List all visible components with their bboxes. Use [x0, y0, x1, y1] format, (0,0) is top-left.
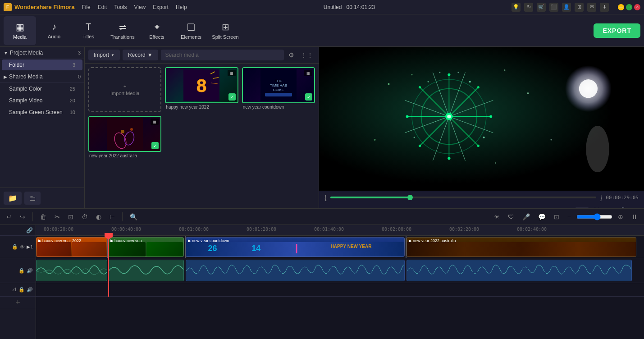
media-item-2[interactable]: ▦ ✓ new year 2022 australia: [88, 116, 161, 160]
user-icon[interactable]: 👤: [562, 3, 571, 12]
clip-happy1[interactable]: ▶ happy new year 2022: [36, 237, 107, 257]
tl-minus-button[interactable]: −: [565, 211, 574, 222]
cart-icon[interactable]: 🛒: [537, 3, 546, 12]
frame-back-button[interactable]: ◀◀: [339, 205, 353, 208]
filter-icon[interactable]: ⚙: [287, 50, 296, 60]
search-input[interactable]: [161, 50, 284, 60]
window-controls[interactable]: — □ ✕: [618, 4, 640, 10]
crop-button[interactable]: ⊡: [65, 211, 76, 222]
stop-button[interactable]: ⏹: [371, 205, 382, 208]
grid-view-icon[interactable]: ⋮⋮: [299, 50, 315, 60]
speed-button[interactable]: ⏱: [79, 211, 91, 222]
project-media-header[interactable]: ▼ Project Media 3: [0, 47, 84, 59]
maximize-button[interactable]: □: [626, 4, 632, 10]
box-icon[interactable]: ⬛: [549, 3, 558, 12]
app-logo: F Wondershare Filmora: [4, 3, 74, 11]
audio-mute-icon[interactable]: 🔊: [27, 268, 33, 274]
sidebar-item-sample-color[interactable]: Sample Color 25: [2, 83, 82, 94]
menu-edit[interactable]: Edit: [98, 4, 107, 10]
link-icon[interactable]: 🔗: [26, 227, 33, 234]
menu-file[interactable]: File: [82, 4, 90, 10]
menu-help[interactable]: Help: [176, 4, 187, 10]
tab-media[interactable]: ▦ Media: [4, 16, 36, 45]
media-check-2: ✓: [151, 142, 159, 149]
audio-wave-1: [36, 260, 107, 281]
download-icon[interactable]: ⬇: [600, 3, 609, 12]
undo-button[interactable]: ↩: [4, 211, 14, 222]
cut-button[interactable]: ✂: [52, 211, 63, 222]
effects-label: Effects: [149, 34, 164, 40]
refresh-icon[interactable]: ↻: [524, 3, 533, 12]
export-button[interactable]: EXPORT: [594, 23, 640, 38]
clip-happy2[interactable]: ▶ happy new yea: [108, 237, 184, 257]
folder-label: Folder: [9, 62, 73, 68]
sample-green-label: Sample Green Screen: [9, 109, 70, 115]
clip-countdown[interactable]: ▶ new year countdown 26 14 | HAPPY NEW Y…: [186, 237, 405, 257]
import-button[interactable]: Import ▼: [88, 50, 120, 60]
timeline-tracks-area[interactable]: 00:00:20:00 00:00:40:00 00:01:00:00 00:0…: [36, 225, 644, 339]
audio2-lock-icon[interactable]: 🔒: [18, 287, 25, 293]
close-button[interactable]: ✕: [634, 4, 640, 10]
play-button[interactable]: ▶: [357, 204, 367, 208]
record-button[interactable]: Record ▼: [123, 50, 158, 60]
tab-transitions[interactable]: ⇌ Transitions: [106, 16, 139, 45]
record-dropdown-arrow: ▼: [147, 52, 153, 58]
split-button[interactable]: ⊢: [107, 211, 118, 222]
grid2-icon[interactable]: ⊞: [575, 3, 584, 12]
ruler-time-2: 00:01:00:00: [179, 227, 209, 232]
bracket-left[interactable]: {: [324, 194, 327, 201]
mail-icon[interactable]: ✉: [587, 3, 596, 12]
tab-elements[interactable]: ❑ Elements: [175, 16, 207, 45]
shared-media-header[interactable]: ▶ Shared Media 0: [0, 71, 84, 83]
tl-settings-button[interactable]: ☀: [491, 211, 502, 222]
new-folder-button[interactable]: 🗀: [24, 192, 41, 205]
tl-box-button[interactable]: ⊡: [551, 211, 562, 222]
media-item-0[interactable]: 8 ▦ ✓ happy new year 2022: [165, 67, 238, 112]
tab-effects[interactable]: ✦ Effects: [141, 16, 173, 45]
minimize-button[interactable]: —: [618, 4, 624, 10]
tl-shield-button[interactable]: 🛡: [505, 211, 517, 222]
redo-button[interactable]: ↪: [17, 211, 28, 222]
tab-audio[interactable]: ♪ Audio: [38, 16, 70, 45]
bracket-right[interactable]: }: [600, 194, 602, 201]
zoom-out-button[interactable]: 🔍: [127, 211, 140, 222]
tl-pause-button[interactable]: ⏸: [629, 211, 640, 222]
audio2-vol-icon[interactable]: 🔊: [27, 287, 33, 293]
menu-view[interactable]: View: [134, 4, 146, 10]
lock-icon[interactable]: 🔒: [12, 244, 18, 250]
add-track-button[interactable]: +: [0, 297, 36, 309]
audio-wave-3: [186, 260, 405, 281]
sidebar-item-folder[interactable]: Folder 3: [2, 60, 82, 70]
add-folder-button[interactable]: 📁: [4, 192, 22, 205]
tab-titles[interactable]: T Titles: [72, 16, 105, 45]
tl-target-button[interactable]: ⊕: [615, 211, 626, 222]
zoom-slider[interactable]: [576, 213, 612, 220]
color-button[interactable]: ◐: [93, 211, 104, 222]
titles-icon: T: [86, 22, 91, 32]
sidebar-item-sample-video[interactable]: Sample Video 20: [2, 95, 82, 106]
progress-handle[interactable]: [407, 195, 413, 200]
eye-icon[interactable]: 👁: [20, 244, 25, 250]
audio-wave-4: [406, 260, 632, 281]
clip-australia[interactable]: ▶ new year 2022 australia: [406, 237, 636, 257]
sidebar-item-sample-green[interactable]: Sample Green Screen 10: [2, 107, 82, 118]
ruler-time-4: 00:01:40:00: [314, 227, 344, 232]
media-item-1[interactable]: THE TIME HAS COME ▦ ✓ new year countdown: [242, 67, 315, 112]
tl-caption-button[interactable]: 💬: [535, 211, 548, 222]
audio-icon: ♪: [52, 22, 56, 32]
bulb-icon[interactable]: 💡: [512, 3, 521, 12]
audio-lock-icon[interactable]: 🔒: [18, 268, 25, 274]
delete-button[interactable]: 🗑: [37, 211, 49, 222]
ruler-time-1: 00:00:40:00: [111, 227, 141, 232]
progress-bar[interactable]: [330, 197, 597, 198]
menu-export[interactable]: Export: [153, 4, 169, 10]
tab-split-screen[interactable]: ⊞ Split Screen: [209, 16, 242, 45]
media-icon: ▦: [16, 22, 24, 32]
tl-mic-button[interactable]: 🎤: [520, 211, 533, 222]
project-media-label: Project Media: [10, 50, 78, 56]
svg-point-39: [448, 157, 450, 160]
skip-back-button[interactable]: ⏮: [324, 205, 335, 208]
menu-tools[interactable]: Tools: [114, 4, 127, 10]
import-media-button[interactable]: + Import Media: [88, 67, 161, 112]
menu-bar[interactable]: File Edit Tools View Export Help: [82, 4, 187, 10]
